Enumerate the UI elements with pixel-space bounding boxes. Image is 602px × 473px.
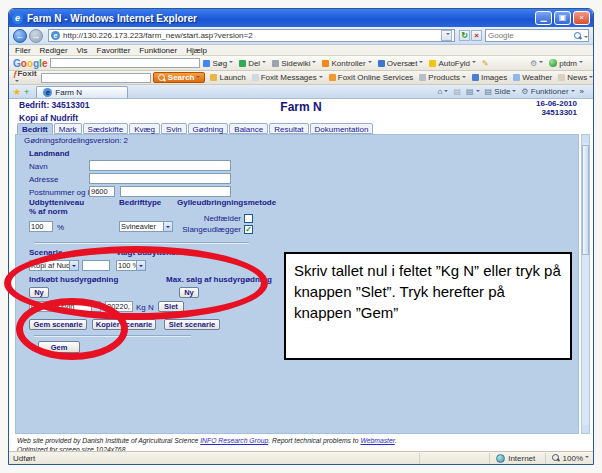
screenshot-root: e Farm N - Windows Internet Explorer ▁ ▣…	[0, 0, 602, 473]
ie-window: e Farm N - Windows Internet Explorer ▁ ▣…	[8, 8, 594, 465]
scroll-up-icon[interactable]	[582, 135, 589, 143]
search-input[interactable]	[486, 31, 574, 40]
foxit-online-button[interactable]: Foxit Online Services	[329, 73, 414, 82]
home-icon: ⌂	[438, 87, 443, 96]
side-button[interactable]: ▤ Side	[485, 87, 517, 96]
adresse-label: Adresse	[29, 175, 58, 184]
udbytte-input[interactable]	[29, 221, 53, 232]
google-search-input[interactable]	[50, 58, 200, 68]
tab-svin[interactable]: Svin	[161, 123, 187, 134]
home-button[interactable]: ⌂	[438, 87, 449, 96]
del-icon	[239, 60, 246, 67]
divider-1	[34, 242, 249, 243]
zoom-control[interactable]: 100%	[545, 453, 589, 464]
address-field[interactable]: e http://130.226.173.223/farm_new/start.…	[48, 29, 455, 42]
restore-button[interactable]: ▣	[554, 11, 571, 25]
launch-icon	[210, 74, 217, 81]
forward-button[interactable]: →	[29, 29, 43, 43]
refresh-icon[interactable]: ↻	[459, 30, 470, 41]
google-toolbar: Google Søg Del Sidewiki Kontroller Overs…	[9, 56, 593, 71]
tab-balance[interactable]: Balance	[229, 123, 268, 134]
google-oversaet-button[interactable]: Oversæt	[378, 59, 424, 68]
title-bar: e Farm N - Windows Internet Explorer ▁ ▣…	[9, 9, 593, 27]
google-sog-button[interactable]: Søg	[203, 59, 233, 68]
wrench-icon: ⚙	[530, 59, 537, 68]
scroll-down-icon[interactable]	[582, 425, 589, 433]
add-favorite-icon[interactable]: +	[24, 87, 29, 97]
foxit-search-button[interactable]: Search	[153, 72, 206, 83]
tab-resultat[interactable]: Resultat	[269, 123, 308, 134]
feed-button[interactable]: ▤	[453, 87, 461, 96]
search-dropdown-icon[interactable]	[582, 27, 588, 45]
menu-filer[interactable]: Filer	[15, 46, 31, 55]
google-kontroller-button[interactable]: Kontroller	[322, 59, 371, 68]
news-icon	[558, 74, 565, 81]
back-button[interactable]: ←	[13, 29, 27, 43]
foxit-toolbar: ƒFoxit Search Launch Foxit Messages Foxi…	[9, 71, 593, 85]
postnummer-input[interactable]	[89, 186, 115, 197]
tab-goedning[interactable]: Gødning	[188, 123, 229, 134]
google-del-button[interactable]: Del	[239, 59, 266, 68]
annotation-text: Skriv tallet nul i feltet ”Kg N” eller t…	[294, 262, 561, 321]
google-autofyld-button[interactable]: AutoFyld	[429, 59, 476, 68]
search-magnifier-icon[interactable]	[574, 32, 582, 40]
search-box[interactable]	[485, 29, 589, 42]
minimize-button[interactable]: ▁	[535, 11, 552, 25]
tab-dokumentation[interactable]: Dokumentation	[310, 123, 374, 134]
foxit-logo[interactable]: ƒFoxit	[13, 69, 37, 87]
page-favicon-icon: e	[51, 31, 60, 40]
annotation-instruction-box: Skriv tallet nul i feltet ”Kg N” eller t…	[284, 252, 572, 360]
print-button[interactable]: ▤	[466, 87, 480, 96]
info-research-group-link[interactable]: INFO Research Group	[200, 437, 268, 444]
funktioner-button[interactable]: ⚙ Funktioner	[521, 87, 574, 96]
check-icon: ✓	[245, 225, 252, 234]
foxit-launch-button[interactable]: Launch	[210, 73, 245, 82]
close-button[interactable]: ×	[573, 11, 590, 25]
menu-vis[interactable]: Vis	[77, 46, 88, 55]
menu-funktioner[interactable]: Funktioner	[139, 46, 177, 55]
app-tab-strip: Bedrift Mark Sædskifte Kvæg Svin Gødning…	[17, 123, 374, 134]
select-arrow-icon	[163, 222, 172, 231]
webmaster-link[interactable]: Webmaster	[360, 437, 394, 444]
tab-kvaeg[interactable]: Kvæg	[129, 123, 160, 134]
content-scrollbar[interactable]	[581, 134, 590, 434]
google-account-button[interactable]: ptdm	[549, 59, 583, 68]
menu-hjaelp[interactable]: Hjælp	[186, 46, 207, 55]
nedfaelder-label: Nedfælder	[196, 214, 241, 223]
foxit-products-button[interactable]: Products	[419, 73, 466, 82]
address-dropdown-icon[interactable]	[441, 30, 452, 41]
tab-mark[interactable]: Mark	[54, 123, 82, 134]
google-sidewiki-button[interactable]: Sidewiki	[272, 59, 316, 68]
menu-favoritter[interactable]: Favoritter	[97, 46, 131, 55]
window-title: Farm N - Windows Internet Explorer	[27, 13, 533, 24]
by-input[interactable]	[120, 186, 231, 197]
tab-bedrift[interactable]: Bedrift	[17, 123, 53, 134]
browser-tab-farmn[interactable]: e Farm N	[36, 86, 128, 98]
foxit-weather-button[interactable]: Weather	[513, 73, 552, 82]
menu-rediger[interactable]: Rediger	[40, 46, 68, 55]
foxit-images-button[interactable]: Images	[472, 73, 507, 82]
adresse-input[interactable]	[89, 173, 231, 184]
nedfaelder-checkbox[interactable]	[244, 214, 253, 223]
stop-icon[interactable]: ×	[471, 30, 482, 41]
slet-scenarie-button[interactable]: Slet scenarie	[164, 319, 220, 330]
tab-saedskifte[interactable]: Sædskifte	[83, 123, 129, 134]
google-pen-button[interactable]: ✎	[482, 59, 489, 68]
scrollbar-thumb[interactable]	[582, 145, 589, 255]
foxit-search-input[interactable]	[41, 73, 151, 83]
foxit-news-button[interactable]: News	[558, 73, 593, 82]
slangeudlaegger-label: Slangeudlægger	[176, 225, 241, 234]
navn-label: Navn	[29, 162, 48, 171]
foxit-messages-button[interactable]: Foxit Messages	[252, 73, 323, 82]
google-wrench-button[interactable]: ⚙	[530, 59, 543, 68]
landmand-header: Landmand	[29, 149, 69, 158]
foxit-magnifier-icon	[158, 74, 166, 82]
toolbar-overflow-chevron[interactable]: »	[580, 87, 584, 96]
bedrifttype-select[interactable]: Svineavler	[119, 221, 173, 232]
images-icon	[472, 74, 479, 81]
slangeudlaegger-checkbox[interactable]: ✓	[244, 225, 253, 234]
favorites-star-icon[interactable]: ★	[13, 87, 21, 97]
gylle-header: Gylleudbringningsmetode	[177, 198, 276, 207]
navn-input[interactable]	[89, 160, 231, 171]
messages-icon	[252, 74, 259, 81]
